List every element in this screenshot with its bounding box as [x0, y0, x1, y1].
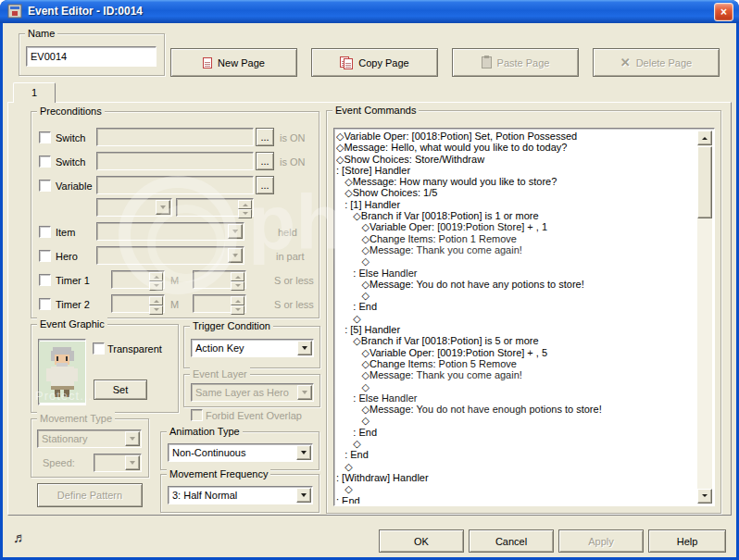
- copy-page-label: Copy Page: [358, 57, 408, 68]
- tab-page-1[interactable]: 1: [13, 82, 56, 103]
- paste-page-icon: [482, 56, 492, 68]
- paste-page-label: Paste Page: [497, 57, 550, 68]
- delete-page-icon: ✕: [620, 56, 631, 68]
- app-icon: [7, 4, 22, 19]
- apply-label: Apply: [588, 536, 614, 547]
- event-name-input[interactable]: [27, 47, 156, 66]
- tab-page-body: [7, 102, 732, 516]
- event-editor-window: Event Editor - ID:0014 × Name New Page C…: [0, 0, 739, 560]
- music-note-icon[interactable]: ♬: [13, 529, 27, 545]
- title-bar[interactable]: Event Editor - ID:0014 ×: [0, 0, 739, 23]
- help-button[interactable]: Help: [648, 529, 726, 553]
- window-title: Event Editor - ID:0014: [28, 5, 143, 18]
- ok-label: OK: [414, 536, 429, 547]
- copy-page-icon: [340, 56, 353, 69]
- new-page-label: New Page: [218, 57, 265, 68]
- tab-page-1-label: 1: [31, 87, 37, 98]
- ok-button[interactable]: OK: [379, 529, 464, 553]
- cancel-button[interactable]: Cancel: [469, 529, 554, 553]
- event-name-field-wrap: [26, 46, 157, 67]
- delete-page-label: Delete Page: [636, 57, 693, 68]
- new-page-icon: [203, 57, 212, 68]
- cancel-label: Cancel: [495, 536, 527, 547]
- paste-page-button[interactable]: Paste Page: [452, 48, 579, 77]
- copy-page-button[interactable]: Copy Page: [311, 48, 438, 77]
- help-label: Help: [677, 536, 698, 547]
- new-page-button[interactable]: New Page: [170, 48, 297, 77]
- delete-page-button[interactable]: ✕ Delete Page: [593, 48, 720, 77]
- close-button[interactable]: ×: [714, 3, 733, 21]
- close-icon: ×: [720, 6, 727, 19]
- name-group-label: Name: [25, 27, 57, 40]
- apply-button[interactable]: Apply: [558, 529, 644, 553]
